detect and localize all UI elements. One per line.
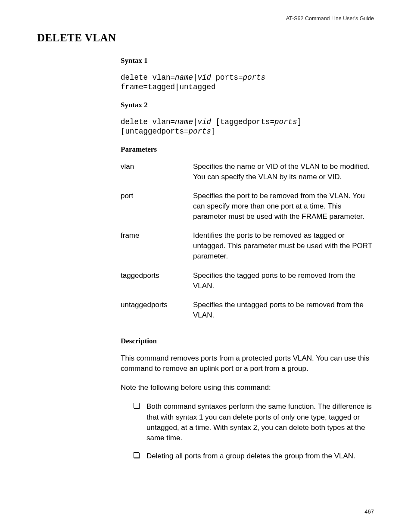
content-body: Syntax 1 delete vlan=name|vid ports=port… — [121, 56, 374, 461]
code-arg: name — [175, 73, 193, 82]
syntax2-heading: Syntax 2 — [121, 101, 374, 109]
code-text: frame=tagged|untagged — [121, 83, 216, 91]
param-name: taggedports — [121, 271, 193, 300]
code-arg: vid — [198, 118, 212, 126]
description-para: Note the following before using this com… — [121, 383, 374, 393]
section-title: DELETE VLAN — [37, 32, 374, 45]
page: AT-S62 Command Line User's Guide DELETE … — [0, 0, 411, 532]
page-number: 467 — [364, 508, 374, 515]
param-desc: Identifies the ports to be removed as ta… — [193, 230, 374, 270]
code-text: ] — [297, 118, 302, 126]
syntax2-code: delete vlan=name|vid [taggedports=ports]… — [121, 117, 374, 137]
param-row: frame Identifies the ports to be removed… — [121, 230, 374, 270]
list-item: Both command syntaxes perform the same f… — [134, 401, 374, 443]
code-text: ] — [211, 127, 216, 136]
code-arg: ports — [274, 118, 297, 126]
list-item: Deleting all ports from a group deletes … — [134, 451, 374, 461]
syntax1-heading: Syntax 1 — [121, 56, 374, 65]
param-desc: Specifies the untagged ports to be remov… — [193, 300, 374, 329]
param-name: port — [121, 191, 193, 230]
param-name: vlan — [121, 162, 193, 191]
list-item-text: Both command syntaxes perform the same f… — [146, 402, 372, 442]
syntax1-code: delete vlan=name|vid ports=ports frame=t… — [121, 73, 374, 92]
param-row: port Specifies the port to be removed fr… — [121, 191, 374, 230]
param-name: untaggedports — [121, 300, 193, 329]
description-para: This command removes ports from a protec… — [121, 353, 374, 374]
description-heading: Description — [121, 337, 374, 345]
header-guide-title: AT-S62 Command Line User's Guide — [37, 16, 374, 22]
code-text: | — [193, 118, 198, 126]
parameters-table: vlan Specifies the name or VID of the VL… — [121, 162, 374, 330]
parameters-heading: Parameters — [121, 145, 374, 154]
code-text: [taggedports= — [211, 118, 274, 126]
param-row: vlan Specifies the name or VID of the VL… — [121, 162, 374, 191]
code-arg: vid — [198, 73, 212, 82]
param-row: untaggedports Specifies the untagged por… — [121, 300, 374, 329]
description-bullets: Both command syntaxes perform the same f… — [134, 401, 374, 461]
checkbox-icon — [134, 452, 139, 458]
param-desc: Specifies the name or VID of the VLAN to… — [193, 162, 374, 191]
list-item-text: Deleting all ports from a group deletes … — [146, 452, 355, 460]
code-text: [untaggedports= — [121, 127, 189, 136]
code-text: delete vlan= — [121, 73, 175, 82]
param-desc: Specifies the port to be removed from th… — [193, 191, 374, 230]
code-arg: ports — [189, 127, 212, 136]
code-text: delete vlan= — [121, 118, 175, 126]
code-text: ports= — [211, 73, 243, 82]
code-arg: ports — [243, 73, 266, 82]
code-arg: name — [175, 118, 193, 126]
code-text: | — [193, 73, 198, 82]
param-desc: Specifies the tagged ports to be removed… — [193, 271, 374, 300]
checkbox-icon — [134, 403, 139, 408]
param-row: taggedports Specifies the tagged ports t… — [121, 271, 374, 300]
param-name: frame — [121, 230, 193, 270]
